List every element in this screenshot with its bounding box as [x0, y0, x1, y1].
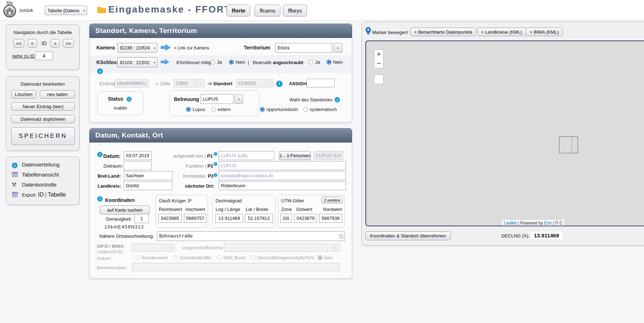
data-distribution-link[interactable]: Datenverteilung	[22, 162, 60, 168]
zoom-out-button[interactable]: −	[374, 59, 384, 68]
neighbor-points-button[interactable]: + Benachbarte Datenpunkte	[410, 28, 476, 36]
duplicate-button[interactable]: Datensatz duplizieren	[11, 115, 75, 123]
kamera-label: Kamera	[96, 45, 115, 50]
radio-kschluessel-nein[interactable]: Nein	[229, 59, 245, 65]
eugrid-info-icon[interactable]: i	[276, 80, 283, 87]
map-extra-button[interactable]	[374, 74, 384, 84]
radio-dot	[217, 255, 222, 260]
ortsbeschreibung-label: Nähere Ortsbeschreibung:	[99, 233, 154, 239]
folder-icon	[97, 6, 106, 15]
reload-button[interactable]: neu laden	[40, 90, 75, 98]
page-title: Eingabemaske - FFORTE	[108, 4, 238, 15]
utm-zone-input[interactable]	[280, 214, 292, 223]
p2-info-icon[interactable]: i	[214, 160, 217, 166]
nav-next-button[interactable]: >	[51, 39, 60, 48]
altstort-input[interactable]	[307, 79, 335, 87]
link-arrow-icon[interactable]	[160, 44, 171, 53]
landkreise-kml-button[interactable]: + Landkreise (KML)	[477, 28, 526, 36]
territorium-dropdown-button[interactable]: ∨	[333, 43, 342, 53]
declng-label: DECLNG (X):	[501, 233, 530, 238]
dg-lat-input[interactable]	[245, 214, 273, 223]
gauss-krueger-box: Gauß-Krüger 3º Rechtswert Hochwert	[156, 195, 208, 228]
chevron-down-icon: ∨	[153, 46, 156, 50]
save-button[interactable]: SPEICHERN	[11, 127, 75, 145]
p3-info-icon[interactable]: i	[214, 171, 217, 177]
p1-input[interactable]	[219, 151, 274, 160]
kschloss-select-value: ID103 : 21S02	[120, 60, 150, 65]
radio-betreuung-lupus[interactable]: Lupus	[186, 107, 205, 112]
new-entry-button[interactable]: Neuer Eintrag (leer)	[11, 102, 75, 111]
utm-ostwert-input[interactable]	[294, 214, 317, 223]
radio-wahl-opportunistisch[interactable]: opportunistisch	[260, 107, 298, 112]
personen-button[interactable]: 1 - 3 Personen	[279, 151, 311, 160]
map-search-button[interactable]: auf Karte suchen	[100, 206, 150, 214]
zoom-in-button[interactable]: +	[374, 49, 384, 59]
data-control-link[interactable]: Datenkontrolle	[22, 182, 57, 188]
gk-rechtswert-input[interactable]	[158, 214, 182, 223]
home-icon[interactable]	[3, 4, 16, 19]
export-id-link[interactable]: ID	[38, 192, 44, 198]
radio-kschluessel-ja[interactable]: Ja	[210, 59, 222, 65]
esri-link[interactable]: Esri	[544, 221, 552, 226]
app-button-fforte[interactable]: fforte	[227, 5, 250, 16]
datum-input[interactable]	[124, 151, 152, 160]
export-table-link[interactable]: Tabelle	[48, 192, 66, 198]
radio-dot-selected	[260, 107, 265, 112]
map-canvas[interactable]: + − Leaflet | Powered by Esri | © C	[365, 40, 644, 226]
kschluessel-label: KSchlüssel nötig	[176, 60, 211, 65]
delete-button[interactable]: Löschen	[11, 90, 36, 98]
back-link[interactable]: zurück	[19, 8, 33, 13]
bima-kml-button[interactable]: + BIMA (KML)	[526, 28, 563, 36]
table-view-link[interactable]: Tabellenansicht	[22, 172, 59, 178]
apply-coordinates-button[interactable]: Koordinaten & Standort übernehmen	[365, 231, 451, 240]
utm-nordwert-input[interactable]	[319, 214, 342, 223]
zeitraum-label: Zeitraum:	[103, 163, 123, 169]
p1-info-icon[interactable]: i	[214, 150, 217, 156]
radio-dot	[136, 255, 140, 260]
ortsbeschreibung-textarea[interactable]	[157, 231, 345, 241]
kschloss-info-icon[interactable]: i	[97, 68, 103, 74]
gk-hochwert-input[interactable]	[184, 214, 206, 223]
radio-bearsafe-nein[interactable]: Nein	[327, 59, 343, 65]
radio-label: opportunistisch	[266, 107, 298, 112]
radio-betreuung-extern[interactable]: extern	[211, 107, 231, 112]
liegensch-nr-label: Liegensch.Nr.:	[97, 249, 124, 254]
resize-handle[interactable]	[339, 234, 344, 238]
datum-info-icon[interactable]: i	[97, 151, 103, 157]
nav-first-button[interactable]: <<	[13, 39, 24, 48]
bndland-input[interactable]	[124, 171, 172, 180]
link-hint-label: = Link zur Kamera	[174, 45, 209, 50]
panel-datum-title: Datum, Kontakt, Ort	[95, 131, 163, 139]
dg-lng-input[interactable]	[215, 214, 243, 223]
goto-id-link[interactable]: gehe zu ID	[12, 53, 35, 59]
radio-bearsafe-ja[interactable]: Ja	[309, 59, 320, 65]
p2-input[interactable]	[219, 161, 346, 170]
wahl-label: Wahl des Standortes	[289, 97, 332, 102]
betreuung-input[interactable]	[200, 94, 233, 104]
app-button-ffcams[interactable]: ffcams	[255, 5, 280, 16]
leaflet-link[interactable]: Leaflet	[504, 221, 517, 226]
radio-dot	[251, 255, 256, 260]
territorium-input[interactable]	[275, 43, 332, 53]
radio-wahl-systematisch[interactable]: systematisch	[303, 107, 337, 112]
kamera-select[interactable]: ID239 : 21R24 ∨	[117, 43, 157, 53]
zeitraum-input[interactable]	[124, 161, 152, 170]
kschloss-arrow-icon[interactable]	[160, 59, 170, 67]
utm-more-button[interactable]: 2 weitere	[321, 197, 343, 203]
p1-select[interactable]: LUPUS (LW ∨	[314, 151, 343, 160]
goto-id-input[interactable]	[35, 52, 53, 60]
wahl-info-icon[interactable]: i	[335, 96, 340, 102]
liegenschaftsname-input	[224, 244, 328, 252]
nav-prev-button[interactable]: <	[28, 39, 37, 48]
koordinaten-info-icon[interactable]: i	[97, 195, 103, 202]
app-button-ffkeys[interactable]: ffkeys	[283, 5, 307, 16]
ort-input[interactable]	[219, 181, 346, 190]
genauigkeit-input[interactable]	[134, 214, 149, 223]
p3-input[interactable]	[219, 171, 346, 180]
nav-last-button[interactable]: >>	[63, 39, 74, 48]
betreuung-dropdown-button[interactable]: ∨	[235, 94, 243, 104]
table-select[interactable]: Tabelle [Datens ∨	[45, 6, 87, 15]
status-info-icon[interactable]: i	[127, 95, 132, 102]
landkreis-input[interactable]	[124, 181, 172, 190]
kschloss-select[interactable]: ID103 : 21S02 ∨	[117, 57, 157, 67]
